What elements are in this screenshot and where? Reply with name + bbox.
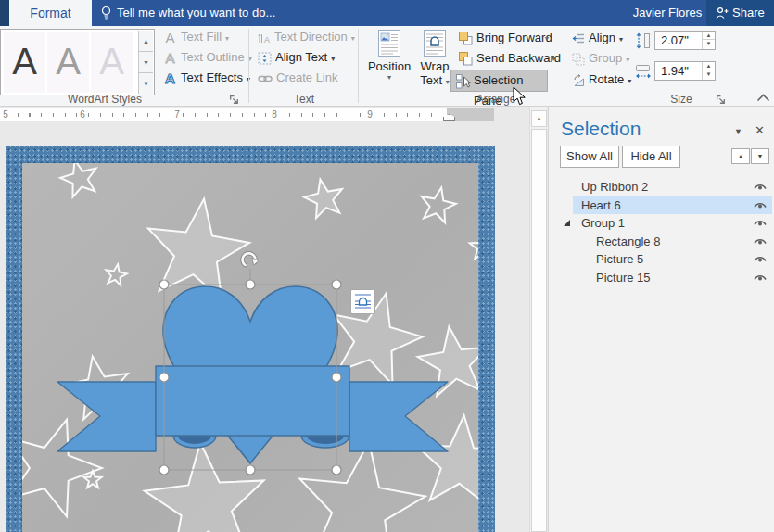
hide-all-button[interactable]: Hide All <box>622 146 680 168</box>
move-up-button[interactable]: ▲ <box>731 148 750 164</box>
layout-options-icon <box>351 290 374 313</box>
tell-me-box[interactable]: Tell me what you want to do... <box>92 0 370 26</box>
shape-width-value: 1.94" <box>661 64 689 78</box>
selection-pane-item[interactable]: Picture 15 <box>549 269 774 286</box>
width-down-button[interactable]: ▼ <box>703 70 715 79</box>
ruler-number: 9 <box>365 109 374 120</box>
ruler-number: 8 <box>270 109 279 120</box>
height-up-button[interactable]: ▲ <box>703 32 715 40</box>
wordart-gallery[interactable]: AAA ▲ ▼ ▾ <box>0 29 155 95</box>
text-outline-icon: A <box>163 50 177 66</box>
shape-height-value: 2.07" <box>661 33 689 47</box>
group-separator <box>628 29 628 103</box>
text-effects-button[interactable]: AText Effects▾ <box>163 70 250 87</box>
selection-pane-title: Selection <box>561 118 641 140</box>
visibility-eye-icon[interactable] <box>752 181 768 194</box>
align-text-icon <box>258 52 272 65</box>
selection-item-label: Heart 6 <box>581 198 621 212</box>
move-down-button[interactable]: ▼ <box>751 148 769 164</box>
height-spinner: ▲ ▼ <box>702 32 715 49</box>
align-button[interactable]: Align▾ <box>572 31 623 47</box>
ribbon-tab-bar: Format Tell me what you want to do... Ja… <box>0 0 774 26</box>
wordart-style-tile[interactable]: A <box>4 32 45 93</box>
bring-forward-dropdown[interactable]: ▾ <box>545 34 549 43</box>
shape-width-field[interactable]: 1.94" ▲ ▼ <box>654 61 716 81</box>
svg-text:A: A <box>264 35 270 44</box>
text-fill-icon: A <box>163 30 177 45</box>
group-objects-icon <box>572 53 585 66</box>
word-window: Format Tell me what you want to do... Ja… <box>0 0 774 532</box>
share-label: Share <box>732 0 765 26</box>
wrap-text-button[interactable]: Wrap Text ▾ <box>416 29 453 94</box>
group-separator <box>248 29 249 103</box>
bring-forward-button[interactable]: Bring Forward <box>459 31 552 47</box>
ruler-number: 5 <box>1 109 10 120</box>
gallery-up-button[interactable]: ▲ <box>139 31 153 52</box>
height-down-button[interactable]: ▼ <box>703 40 715 48</box>
horizontal-ruler[interactable]: 56789 <box>0 108 494 121</box>
ruler-number: 7 <box>172 109 182 120</box>
tell-me-label: Tell me what you want to do... <box>117 0 275 26</box>
pane-close-icon[interactable]: ✕ <box>755 123 765 137</box>
selection-pane-item[interactable]: Heart 6 <box>549 196 774 214</box>
tab-format[interactable]: Format <box>9 0 92 26</box>
wordart-style-tile[interactable]: A <box>47 32 89 93</box>
wrap-text-icon <box>424 30 446 57</box>
send-backward-dropdown[interactable]: ▾ <box>552 55 555 63</box>
selection-pane-item[interactable]: Picture 5 <box>549 250 774 268</box>
selection-pane-item[interactable]: Group 1 <box>549 214 774 232</box>
layout-options-button[interactable] <box>350 289 375 314</box>
ribbon-center-band <box>156 366 349 436</box>
shape-height-field[interactable]: 2.07" ▲ ▼ <box>654 31 716 50</box>
rotate-objects-icon <box>572 74 585 87</box>
collapse-ribbon-icon[interactable] <box>756 94 770 102</box>
selection-pane: Selection ▼ ✕ Show All Hide All ▲ ▼ Up R… <box>548 107 774 532</box>
size-dialog-launcher-icon[interactable] <box>716 95 727 106</box>
vertical-scrollbar[interactable]: ▲ <box>529 107 547 532</box>
ribbon-left-tail <box>57 382 156 451</box>
wordart-style-tile[interactable]: A <box>91 32 133 93</box>
rotate-button[interactable]: Rotate▾ <box>572 72 631 89</box>
width-up-button[interactable]: ▲ <box>703 62 715 70</box>
text-outline-button[interactable]: AText Outline▾ <box>163 50 252 67</box>
selection-pane-button[interactable]: Selection Pane <box>450 70 548 92</box>
selection-pane-item[interactable]: Up Ribbon 2 <box>549 178 774 196</box>
shape-width-icon <box>635 64 652 80</box>
visibility-eye-icon[interactable] <box>752 217 768 230</box>
show-all-button[interactable]: Show All <box>560 146 619 168</box>
text-fill-button[interactable]: AText Fill▾ <box>163 30 229 46</box>
text-direction-button[interactable]: A Text Direction▾ <box>258 30 355 46</box>
gallery-more-button[interactable]: ▾ <box>139 73 153 95</box>
visibility-eye-icon[interactable] <box>752 272 768 285</box>
shapes-layer <box>6 146 495 532</box>
ribbon-right-tail <box>349 382 448 451</box>
user-name[interactable]: Javier Flores <box>628 0 706 26</box>
selection-item-label: Rectangle 8 <box>596 234 660 248</box>
shape-height-icon <box>635 32 651 49</box>
group-button[interactable]: Group▾ <box>572 51 629 68</box>
visibility-eye-icon[interactable] <box>752 235 768 248</box>
wordart-dialog-launcher-icon[interactable] <box>229 95 240 106</box>
share-button[interactable]: Share <box>706 0 774 26</box>
create-link-button[interactable]: Create Link <box>258 70 337 87</box>
ribbon: AAA ▲ ▼ ▾ WordArt Styles AText Fill▾ ATe… <box>0 26 774 107</box>
position-button[interactable]: Position ▾ <box>365 29 413 94</box>
align-text-button[interactable]: Align Text▾ <box>258 50 335 67</box>
expand-triangle-icon[interactable] <box>563 219 571 227</box>
create-link-icon <box>258 73 273 84</box>
gallery-down-button[interactable]: ▼ <box>139 52 153 73</box>
rotation-handle[interactable] <box>243 253 259 265</box>
text-direction-icon: A <box>258 32 271 44</box>
visibility-eye-icon[interactable] <box>752 199 768 212</box>
visibility-eye-icon[interactable] <box>752 253 768 266</box>
send-backward-button[interactable]: Send Backward <box>459 51 561 68</box>
wordart-gallery-scroll: ▲ ▼ ▾ <box>138 31 153 94</box>
pane-menu-icon[interactable]: ▼ <box>734 127 742 136</box>
selection-item-label: Picture 5 <box>596 252 643 266</box>
selection-pane-item[interactable]: Rectangle 8 <box>549 233 774 250</box>
width-spinner: ▲ ▼ <box>702 62 715 80</box>
ruler-ticks <box>6 108 447 121</box>
scrollbar-thumb[interactable] <box>531 129 547 532</box>
send-backward-icon <box>459 52 473 66</box>
scroll-up-button[interactable]: ▲ <box>531 110 547 127</box>
